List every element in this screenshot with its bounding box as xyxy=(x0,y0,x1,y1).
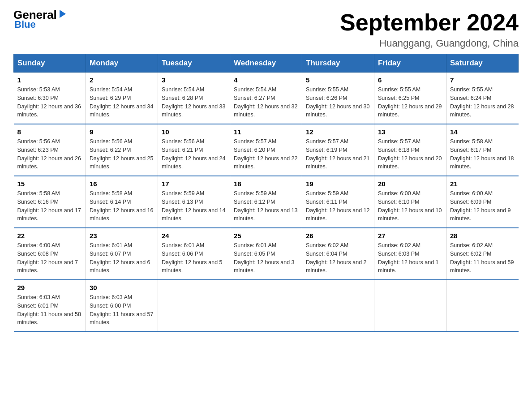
day-number: 18 xyxy=(234,180,298,188)
daylight-label: Daylight: 12 hours and 18 minutes. xyxy=(450,155,514,170)
day-number: 15 xyxy=(17,180,82,188)
day-info: Sunrise: 6:02 AM Sunset: 6:04 PM Dayligh… xyxy=(306,241,370,275)
sunrise-label: Sunrise: 5:58 AM xyxy=(17,190,60,197)
calendar-cell xyxy=(446,280,519,332)
sunset-label: Sunset: 6:23 PM xyxy=(17,147,59,153)
header-friday: Friday xyxy=(374,54,446,73)
sunrise-label: Sunrise: 5:59 AM xyxy=(234,190,276,197)
calendar-cell: 16 Sunrise: 5:58 AM Sunset: 6:14 PM Dayl… xyxy=(86,176,158,228)
sunset-label: Sunset: 6:17 PM xyxy=(450,147,491,153)
day-number: 21 xyxy=(450,180,515,188)
calendar-cell: 15 Sunrise: 5:58 AM Sunset: 6:16 PM Dayl… xyxy=(14,176,86,228)
calendar-cell xyxy=(158,280,230,332)
calendar-week-3: 15 Sunrise: 5:58 AM Sunset: 6:16 PM Dayl… xyxy=(14,176,519,228)
sunset-label: Sunset: 6:28 PM xyxy=(162,95,203,101)
sunset-label: Sunset: 6:26 PM xyxy=(306,95,347,101)
day-info: Sunrise: 5:54 AM Sunset: 6:28 PM Dayligh… xyxy=(162,86,226,119)
day-number: 24 xyxy=(162,232,226,240)
sunset-label: Sunset: 6:14 PM xyxy=(90,199,131,205)
calendar-cell xyxy=(302,280,374,332)
day-info: Sunrise: 5:53 AM Sunset: 6:30 PM Dayligh… xyxy=(17,86,82,119)
calendar-cell: 4 Sunrise: 5:54 AM Sunset: 6:27 PM Dayli… xyxy=(230,73,302,124)
sunrise-label: Sunrise: 5:57 AM xyxy=(306,138,348,145)
sunset-label: Sunset: 6:12 PM xyxy=(234,199,275,205)
day-number: 6 xyxy=(378,76,442,84)
sunrise-label: Sunrise: 6:01 AM xyxy=(90,242,132,248)
calendar-cell xyxy=(374,280,446,332)
calendar-cell: 25 Sunrise: 6:01 AM Sunset: 6:05 PM Dayl… xyxy=(230,228,302,280)
sunset-label: Sunset: 6:25 PM xyxy=(378,95,419,101)
header-tuesday: Tuesday xyxy=(158,54,230,73)
calendar-cell: 12 Sunrise: 5:57 AM Sunset: 6:19 PM Dayl… xyxy=(302,124,374,176)
daylight-label: Daylight: 12 hours and 13 minutes. xyxy=(234,207,297,222)
daylight-label: Daylight: 12 hours and 20 minutes. xyxy=(378,155,442,170)
sunset-label: Sunset: 6:22 PM xyxy=(90,147,131,153)
sunset-label: Sunset: 6:18 PM xyxy=(378,147,419,153)
header-wednesday: Wednesday xyxy=(230,54,302,73)
calendar-cell: 24 Sunrise: 6:01 AM Sunset: 6:06 PM Dayl… xyxy=(158,228,230,280)
calendar-cell: 6 Sunrise: 5:55 AM Sunset: 6:25 PM Dayli… xyxy=(374,73,446,124)
sunset-label: Sunset: 6:19 PM xyxy=(306,147,347,153)
calendar-cell: 2 Sunrise: 5:54 AM Sunset: 6:29 PM Dayli… xyxy=(86,73,158,124)
daylight-label: Daylight: 12 hours and 3 minutes. xyxy=(234,259,295,274)
sunset-label: Sunset: 6:10 PM xyxy=(378,199,419,205)
daylight-label: Daylight: 11 hours and 59 minutes. xyxy=(450,259,514,274)
calendar-cell: 11 Sunrise: 5:57 AM Sunset: 6:20 PM Dayl… xyxy=(230,124,302,176)
day-number: 17 xyxy=(162,180,226,188)
day-number: 22 xyxy=(17,232,82,240)
daylight-label: Daylight: 12 hours and 29 minutes. xyxy=(378,103,442,118)
day-number: 19 xyxy=(306,180,370,188)
daylight-label: Daylight: 12 hours and 10 minutes. xyxy=(378,207,442,222)
calendar-cell: 28 Sunrise: 6:02 AM Sunset: 6:02 PM Dayl… xyxy=(446,228,519,280)
day-info: Sunrise: 6:01 AM Sunset: 6:06 PM Dayligh… xyxy=(162,241,226,275)
day-info: Sunrise: 5:59 AM Sunset: 6:13 PM Dayligh… xyxy=(162,189,226,223)
sunrise-label: Sunrise: 6:01 AM xyxy=(234,242,276,248)
sunrise-label: Sunrise: 6:00 AM xyxy=(378,190,420,197)
daylight-label: Daylight: 12 hours and 2 minutes. xyxy=(306,259,367,274)
day-info: Sunrise: 5:57 AM Sunset: 6:19 PM Dayligh… xyxy=(306,137,370,171)
sunset-label: Sunset: 6:02 PM xyxy=(450,251,491,257)
day-number: 27 xyxy=(378,232,442,240)
day-number: 2 xyxy=(90,76,154,84)
sunrise-label: Sunrise: 6:02 AM xyxy=(378,242,420,248)
sunrise-label: Sunrise: 5:54 AM xyxy=(90,86,132,93)
sunrise-label: Sunrise: 5:59 AM xyxy=(306,190,348,197)
day-info: Sunrise: 5:54 AM Sunset: 6:27 PM Dayligh… xyxy=(234,86,298,119)
sunset-label: Sunset: 6:05 PM xyxy=(234,251,275,257)
calendar-cell: 19 Sunrise: 5:59 AM Sunset: 6:11 PM Dayl… xyxy=(302,176,374,228)
calendar-cell: 3 Sunrise: 5:54 AM Sunset: 6:28 PM Dayli… xyxy=(158,73,230,124)
day-info: Sunrise: 5:55 AM Sunset: 6:26 PM Dayligh… xyxy=(306,86,370,119)
day-info: Sunrise: 5:58 AM Sunset: 6:17 PM Dayligh… xyxy=(450,137,515,171)
sunrise-label: Sunrise: 5:53 AM xyxy=(17,86,60,93)
page-subtitle: Huanggang, Guangdong, China xyxy=(340,38,519,49)
daylight-label: Daylight: 12 hours and 26 minutes. xyxy=(17,155,81,170)
calendar-cell: 18 Sunrise: 5:59 AM Sunset: 6:12 PM Dayl… xyxy=(230,176,302,228)
day-info: Sunrise: 6:02 AM Sunset: 6:03 PM Dayligh… xyxy=(378,241,442,275)
sunrise-label: Sunrise: 6:03 AM xyxy=(90,294,132,300)
daylight-label: Daylight: 12 hours and 33 minutes. xyxy=(162,103,225,118)
daylight-label: Daylight: 12 hours and 1 minute. xyxy=(378,259,439,274)
calendar-cell: 8 Sunrise: 5:56 AM Sunset: 6:23 PM Dayli… xyxy=(14,124,86,176)
day-info: Sunrise: 5:54 AM Sunset: 6:29 PM Dayligh… xyxy=(90,86,154,119)
calendar-cell: 26 Sunrise: 6:02 AM Sunset: 6:04 PM Dayl… xyxy=(302,228,374,280)
daylight-label: Daylight: 11 hours and 58 minutes. xyxy=(17,311,81,326)
day-info: Sunrise: 6:00 AM Sunset: 6:08 PM Dayligh… xyxy=(17,241,82,275)
weekday-header-row: Sunday Monday Tuesday Wednesday Thursday… xyxy=(14,54,519,73)
sunrise-label: Sunrise: 5:56 AM xyxy=(17,138,60,145)
daylight-label: Daylight: 12 hours and 21 minutes. xyxy=(306,155,369,170)
sunrise-label: Sunrise: 6:00 AM xyxy=(17,242,60,248)
sunrise-label: Sunrise: 6:02 AM xyxy=(306,242,348,248)
day-info: Sunrise: 5:57 AM Sunset: 6:20 PM Dayligh… xyxy=(234,137,298,171)
sunset-label: Sunset: 6:00 PM xyxy=(90,303,131,309)
day-number: 26 xyxy=(306,232,370,240)
day-info: Sunrise: 6:01 AM Sunset: 6:05 PM Dayligh… xyxy=(234,241,298,275)
day-number: 8 xyxy=(17,128,82,136)
calendar-cell: 7 Sunrise: 5:55 AM Sunset: 6:24 PM Dayli… xyxy=(446,73,519,124)
daylight-label: Daylight: 12 hours and 5 minutes. xyxy=(162,259,223,274)
day-number: 29 xyxy=(17,284,82,291)
day-number: 3 xyxy=(162,76,226,84)
logo-blue: Blue xyxy=(14,19,36,30)
sunrise-label: Sunrise: 6:01 AM xyxy=(162,242,204,248)
day-info: Sunrise: 5:56 AM Sunset: 6:22 PM Dayligh… xyxy=(90,137,154,171)
day-number: 9 xyxy=(90,128,154,136)
